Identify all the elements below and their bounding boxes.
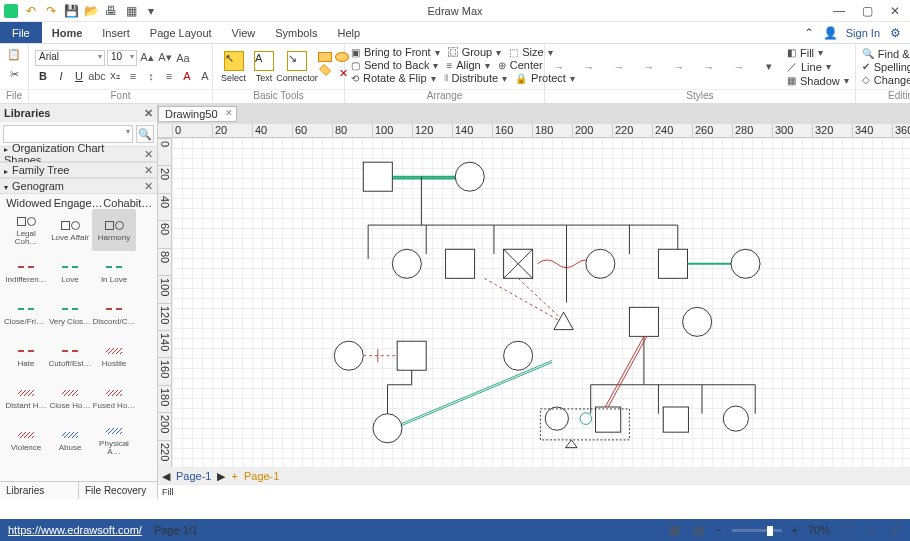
footer-tab-libraries[interactable]: Libraries bbox=[0, 482, 79, 499]
send-back-button[interactable]: ▢ Send to Back ▾ bbox=[351, 59, 438, 71]
minimize-icon[interactable]: — bbox=[832, 4, 846, 18]
sign-in-link[interactable]: Sign In bbox=[846, 27, 880, 39]
page-tab-2[interactable]: Page-1 bbox=[244, 470, 279, 482]
tab-home[interactable]: Home bbox=[42, 22, 93, 43]
font-name-combo[interactable]: Arial bbox=[35, 50, 105, 66]
spelling-button[interactable]: ✔ Spelling Check bbox=[862, 61, 910, 73]
shape-item[interactable]: Very Clos… bbox=[48, 293, 92, 335]
tab-view[interactable]: View bbox=[222, 22, 266, 43]
bold-icon[interactable]: B bbox=[35, 68, 51, 84]
tab-help[interactable]: Help bbox=[327, 22, 370, 43]
change-shape-button[interactable]: ◇ Change Shape ▾ bbox=[862, 74, 910, 86]
distribute-button[interactable]: ⫴ Distribute ▾ bbox=[444, 72, 507, 84]
connector-tool[interactable]: ↘Connector bbox=[280, 49, 314, 85]
shape-item[interactable]: Discord/C… bbox=[92, 293, 136, 335]
svg-point-7 bbox=[586, 249, 615, 278]
qat-dropdown-icon[interactable]: ▾ bbox=[144, 4, 158, 18]
zoom-in-icon[interactable]: + bbox=[792, 524, 798, 536]
highlight-icon[interactable]: A bbox=[197, 68, 213, 84]
page-next-icon[interactable]: ▶ bbox=[217, 470, 225, 483]
line-button[interactable]: ／ Line ▾ bbox=[787, 60, 849, 74]
zoom-slider[interactable] bbox=[732, 529, 782, 532]
underline-icon[interactable]: U bbox=[71, 68, 87, 84]
close-panel-icon[interactable]: ✕ bbox=[144, 107, 153, 120]
page-prev-icon[interactable]: ◀ bbox=[162, 470, 170, 483]
subscript-icon[interactable]: x₂ bbox=[107, 68, 123, 84]
user-icon[interactable]: 👤 bbox=[824, 26, 838, 40]
align-button[interactable]: ≡ Align ▾ bbox=[446, 59, 489, 71]
shape-item[interactable]: Indifferen… bbox=[4, 251, 48, 293]
close-tab-icon[interactable]: ✕ bbox=[225, 108, 233, 118]
find-replace-button[interactable]: 🔍 Find & Replace bbox=[862, 48, 910, 60]
shape-item[interactable]: Abuse bbox=[48, 419, 92, 461]
style-gallery[interactable]: →→→ →→→ → ▾ bbox=[551, 59, 777, 75]
save-icon[interactable]: 💾 bbox=[64, 4, 78, 18]
grow-font-icon[interactable]: A▴ bbox=[139, 50, 155, 66]
shape-item[interactable]: Close/Frie… bbox=[4, 293, 48, 335]
maximize-icon[interactable]: ▢ bbox=[860, 4, 874, 18]
center-button[interactable]: ⊕ Center bbox=[498, 59, 543, 71]
fit-width-icon[interactable]: ↔ bbox=[864, 523, 878, 537]
paste-icon[interactable]: 📋 bbox=[6, 46, 22, 62]
close-icon[interactable]: ✕ bbox=[888, 4, 902, 18]
new-icon[interactable]: ▦ bbox=[124, 4, 138, 18]
drawing-canvas[interactable] bbox=[172, 138, 910, 467]
status-url[interactable]: https://www.edrawsoft.com/ bbox=[8, 524, 142, 536]
shape-item[interactable]: Distant H… bbox=[4, 377, 48, 419]
zoom-out-icon[interactable]: − bbox=[715, 524, 721, 536]
view-mode-2-icon[interactable]: ▤ bbox=[691, 523, 705, 537]
shape-item[interactable]: Love Affair bbox=[48, 209, 92, 251]
spacing-icon[interactable]: ↕ bbox=[143, 68, 159, 84]
strike-icon[interactable]: abc bbox=[89, 68, 105, 84]
print-icon[interactable]: 🖶 bbox=[104, 4, 118, 18]
gallery-more-icon[interactable]: ▾ bbox=[761, 59, 777, 75]
shrink-font-icon[interactable]: A▾ bbox=[157, 50, 173, 66]
align-icon[interactable]: ≡ bbox=[161, 68, 177, 84]
redo-icon[interactable]: ↷ bbox=[44, 4, 58, 18]
clear-format-icon[interactable]: Aa bbox=[175, 50, 191, 66]
settings-icon[interactable]: ⚙ bbox=[888, 26, 902, 40]
file-menu[interactable]: File bbox=[0, 22, 42, 43]
bullets-icon[interactable]: ≡ bbox=[125, 68, 141, 84]
text-tool[interactable]: AText bbox=[252, 49, 276, 85]
shadow-button[interactable]: ▦ Shadow ▾ bbox=[787, 75, 849, 87]
add-page-icon[interactable]: + bbox=[231, 470, 237, 482]
view-mode-1-icon[interactable]: ▦ bbox=[667, 523, 681, 537]
fit-page-icon[interactable]: ⛶ bbox=[840, 523, 854, 537]
shape-item[interactable]: Hate bbox=[4, 335, 48, 377]
cut-icon[interactable]: ✂ bbox=[6, 66, 22, 82]
italic-icon[interactable]: I bbox=[53, 68, 69, 84]
doc-tab[interactable]: Drawing50✕ bbox=[158, 106, 237, 122]
page-tab[interactable]: Page-1 bbox=[176, 470, 211, 482]
lib-family-tree[interactable]: ▸Family Tree✕ bbox=[0, 162, 157, 178]
tab-symbols[interactable]: Symbols bbox=[265, 22, 327, 43]
bring-front-button[interactable]: ▣ Bring to Front ▾ bbox=[351, 46, 440, 58]
open-icon[interactable]: 📂 bbox=[84, 4, 98, 18]
shape-item[interactable]: Legal Coh… bbox=[4, 209, 48, 251]
fullscreen-icon[interactable]: ⤢ bbox=[888, 523, 902, 537]
lib-genogram[interactable]: ▾Genogram✕ bbox=[0, 178, 157, 194]
shape-item[interactable]: Fused Ho… bbox=[92, 377, 136, 419]
undo-icon[interactable]: ↶ bbox=[24, 4, 38, 18]
shape-item[interactable]: Hostile bbox=[92, 335, 136, 377]
shape-item[interactable]: Physical A… bbox=[92, 419, 136, 461]
search-icon[interactable]: 🔍 bbox=[136, 125, 154, 143]
select-tool[interactable]: ↖Select bbox=[219, 49, 248, 85]
tab-page-layout[interactable]: Page Layout bbox=[140, 22, 222, 43]
rotate-flip-button[interactable]: ⟲ Rotate & Flip ▾ bbox=[351, 72, 436, 84]
footer-tab-recovery[interactable]: File Recovery bbox=[79, 482, 157, 499]
library-search-combo[interactable] bbox=[3, 125, 133, 143]
fill-button[interactable]: ◧ Fill ▾ bbox=[787, 47, 849, 59]
shape-item[interactable]: Harmony bbox=[92, 209, 136, 251]
shape-item[interactable]: Cutoff/Est… bbox=[48, 335, 92, 377]
shape-item[interactable]: Violence bbox=[4, 419, 48, 461]
tab-insert[interactable]: Insert bbox=[92, 22, 140, 43]
shape-item[interactable]: In Love bbox=[92, 251, 136, 293]
group-button[interactable]: ⿴ Group ▾ bbox=[448, 46, 502, 58]
shape-item[interactable]: Close Ho… bbox=[48, 377, 92, 419]
font-color-icon[interactable]: A bbox=[179, 68, 195, 84]
shape-item[interactable]: Love bbox=[48, 251, 92, 293]
collapse-ribbon-icon[interactable]: ⌃ bbox=[802, 26, 816, 40]
lib-org-chart[interactable]: ▸Organization Chart Shapes✕ bbox=[0, 146, 157, 162]
font-size-combo[interactable]: 10 bbox=[107, 50, 137, 66]
